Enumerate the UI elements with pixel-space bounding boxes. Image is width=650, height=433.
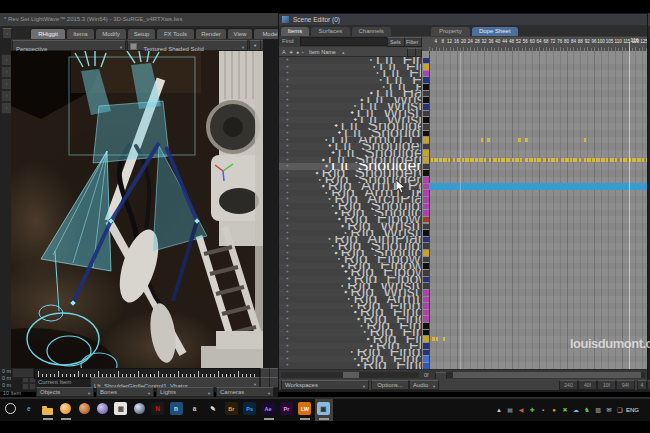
- row-check-icon[interactable]: ·: [281, 263, 283, 270]
- row-check-icon[interactable]: ·: [281, 336, 283, 343]
- after-effects-icon[interactable]: Ae: [260, 399, 278, 421]
- item-row[interactable]: ·+●Rig_WristOffset1_Vbator: [279, 283, 421, 290]
- keyframe-mark[interactable]: [498, 158, 500, 162]
- tray-icon[interactable]: ❑: [615, 406, 625, 416]
- row-expand-icon[interactable]: +: [286, 256, 289, 263]
- row-expand-icon[interactable]: +: [286, 103, 289, 110]
- row-expand-icon[interactable]: +: [286, 303, 289, 310]
- row-check-icon[interactable]: ·: [281, 256, 283, 263]
- category-dropdown-lights[interactable]: Lights▼: [156, 387, 214, 397]
- se-tab-property[interactable]: Property: [431, 27, 470, 36]
- row-expand-icon[interactable]: +: [286, 289, 289, 296]
- row-expand-icon[interactable]: +: [286, 137, 289, 144]
- row-check-icon[interactable]: ·: [281, 250, 283, 257]
- row-expand-icon[interactable]: +: [286, 336, 289, 343]
- keyframe-mark[interactable]: [484, 158, 486, 162]
- row-check-icon[interactable]: ·: [281, 130, 283, 137]
- item-row[interactable]: ·+●Lft_Finger2-2_Vbator: [279, 57, 421, 64]
- item-row[interactable]: ·+◆Rig_FingerDriveRoot1_Vb: [279, 309, 421, 316]
- purple-app-icon[interactable]: [94, 399, 112, 421]
- keyframe-mark[interactable]: [567, 158, 569, 162]
- row-check-icon[interactable]: ·: [281, 343, 283, 350]
- keyframe-mark[interactable]: [520, 158, 522, 162]
- row-check-icon[interactable]: ·: [281, 283, 283, 290]
- row-expand-icon[interactable]: +: [286, 263, 289, 270]
- row-check-icon[interactable]: ·: [281, 349, 283, 356]
- edge-icon[interactable]: e: [20, 399, 38, 421]
- premiere-icon[interactable]: Pr: [278, 399, 296, 421]
- tray-icon[interactable]: ▲: [494, 406, 504, 416]
- item-row[interactable]: ·+●Rig_Finger1KOffset1: [279, 329, 421, 336]
- keyframe-mark[interactable]: [462, 158, 464, 162]
- header-option-button-2[interactable]: [415, 48, 422, 57]
- item-row[interactable]: ·+✚Lft_ShoulderGirdle1_Def_Vbator: [279, 143, 421, 150]
- keyframe-mark[interactable]: [606, 158, 608, 162]
- item-row[interactable]: ·+◆Lft_HandCtrl1_Vbator: [279, 90, 421, 97]
- item-row[interactable]: ·+◆Rig_ShoulderGirdle1_Position_Vbator: [279, 170, 421, 177]
- amazon-icon[interactable]: a: [186, 399, 204, 421]
- row-check-icon[interactable]: ·: [281, 90, 283, 97]
- row-check-icon[interactable]: ·: [281, 289, 283, 296]
- dope-ruler[interactable]: 4812162024283236404448525660646872768084…: [422, 37, 647, 51]
- keyframe-mark[interactable]: [561, 158, 563, 162]
- keyframe-mark[interactable]: [436, 337, 438, 341]
- keyframe-mark[interactable]: [472, 158, 474, 162]
- dope-zoom-button[interactable]: 4: [637, 380, 647, 390]
- row-check-icon[interactable]: ·: [281, 236, 283, 243]
- row-expand-icon[interactable]: +: [286, 84, 289, 91]
- keyframe-mark[interactable]: [642, 158, 644, 162]
- row-expand-icon[interactable]: +: [286, 190, 289, 197]
- keyframe-mark[interactable]: [432, 337, 434, 341]
- row-expand-icon[interactable]: +: [286, 163, 289, 170]
- row-check-icon[interactable]: ·: [281, 170, 283, 177]
- row-expand-icon[interactable]: +: [286, 196, 289, 203]
- keyframe-mark[interactable]: [634, 158, 636, 162]
- keyframe-mark[interactable]: [487, 138, 489, 142]
- steam-icon[interactable]: [131, 399, 149, 421]
- row-expand-icon[interactable]: +: [286, 356, 289, 363]
- item-row[interactable]: ·+◆Lft_WristCarpal1: [279, 97, 421, 104]
- row-check-icon[interactable]: ·: [281, 97, 283, 104]
- row-expand-icon[interactable]: +: [286, 243, 289, 250]
- tray-icon[interactable]: ◀: [516, 406, 526, 416]
- firefox-dev-icon[interactable]: [76, 399, 94, 421]
- tray-icon[interactable]: ✖: [560, 406, 570, 416]
- item-row[interactable]: ·+✚Lft_Shoulder1_DefIB_Vbator: [279, 130, 421, 137]
- row-expand-icon[interactable]: +: [286, 143, 289, 150]
- keyframe-mark[interactable]: [539, 158, 541, 162]
- keyframe-mark[interactable]: [579, 158, 581, 162]
- row-expand-icon[interactable]: +: [286, 110, 289, 117]
- keyframe-mark[interactable]: [575, 158, 577, 162]
- row-check-icon[interactable]: ·: [281, 70, 283, 77]
- dope-sheet[interactable]: 4812162024283236404448525660646872768084…: [422, 37, 647, 369]
- keyframe-mark[interactable]: [453, 158, 455, 162]
- row-check-icon[interactable]: ·: [281, 230, 283, 237]
- range-preset-button[interactable]: 94f: [616, 380, 635, 390]
- keyframe-mark[interactable]: [603, 158, 605, 162]
- workspaces-dropdown[interactable]: Workspaces▼: [281, 380, 369, 390]
- row-expand-icon[interactable]: +: [286, 349, 289, 356]
- keyframe-mark[interactable]: [431, 158, 433, 162]
- row-check-icon[interactable]: ·: [281, 316, 283, 323]
- row-check-icon[interactable]: ·: [281, 157, 283, 164]
- keyframe-mark[interactable]: [570, 158, 572, 162]
- tray-icon[interactable]: ●: [549, 406, 559, 416]
- filter-dropdown[interactable]: Filter▼: [404, 37, 422, 47]
- keyframe-mark[interactable]: [444, 158, 446, 162]
- row-check-icon[interactable]: ·: [281, 216, 283, 223]
- keyframe-mark[interactable]: [584, 138, 586, 142]
- row-check-icon[interactable]: ·: [281, 323, 283, 330]
- row-expand-icon[interactable]: +: [286, 230, 289, 237]
- find-input[interactable]: [300, 37, 388, 46]
- row-expand-icon[interactable]: +: [286, 150, 289, 157]
- item-row[interactable]: ·+●Rig_Finger_Plane_Vis: [279, 349, 421, 356]
- keyframe-mark[interactable]: [589, 158, 591, 162]
- keyframe-mark[interactable]: [448, 158, 450, 162]
- item-list-header[interactable]: A ☀ ● ▪ Item Name ▲: [279, 47, 421, 57]
- row-expand-icon[interactable]: +: [286, 117, 289, 124]
- view-mode-dropdown[interactable]: Perspective ▼: [12, 40, 126, 51]
- row-expand-icon[interactable]: +: [286, 64, 289, 71]
- keyframe-mark[interactable]: [503, 158, 505, 162]
- row-check-icon[interactable]: ·: [281, 143, 283, 150]
- options-button[interactable]: Options...: [371, 380, 409, 390]
